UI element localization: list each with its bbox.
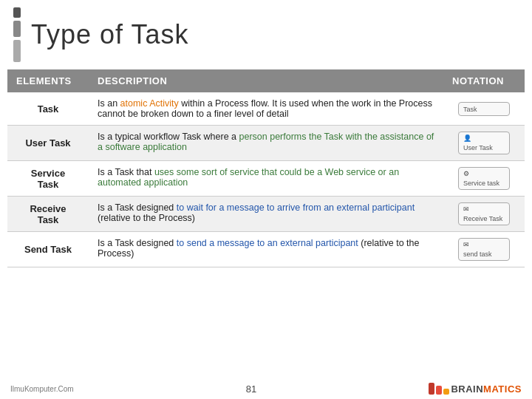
element-name: Send Task	[7, 232, 89, 267]
svg-rect-0	[429, 383, 434, 395]
table-row: Task Is an atomic Activity within a Proc…	[7, 92, 525, 126]
bar-1	[13, 7, 21, 18]
table-row: ServiceTask Is a Task that uses some sor…	[7, 161, 525, 197]
brand-area: BRAINMATICS	[429, 383, 522, 395]
notation-icon: 👤	[463, 134, 505, 142]
notation-box: 👤 User Task	[458, 132, 510, 154]
bar-3	[13, 40, 21, 62]
element-description: Is a Task that uses some sort of service…	[89, 161, 443, 197]
table-row: Send Task Is a Task designed to send a m…	[7, 232, 525, 267]
element-name: User Task	[7, 126, 89, 161]
header-decoration	[13, 7, 21, 62]
element-name: Task	[7, 92, 89, 126]
highlight-text: to wait for a message to arrive from an …	[177, 202, 415, 213]
footer-left-text: IlmuKomputer.Com	[10, 385, 74, 393]
page-number: 81	[246, 383, 256, 395]
page-title: Type of Task	[31, 19, 188, 50]
notation-box: ✉ Receive Task	[458, 202, 510, 225]
highlight-text: to send a message to an external partici…	[177, 238, 358, 248]
col-header-notation: NOTATION	[443, 69, 525, 92]
task-types-table: ELEMENTS DESCRIPTION NOTATION Task Is an…	[7, 69, 525, 267]
element-notation: ⚙ Service task	[443, 161, 525, 197]
element-notation: Task	[443, 92, 525, 126]
page-footer: IlmuKomputer.Com 81 BRAINMATICS	[0, 383, 532, 395]
page-header: Type of Task	[0, 0, 532, 69]
element-description: Is a typical workflow Task where a perso…	[89, 126, 443, 161]
element-notation: ✉ send task	[443, 232, 525, 267]
notation-icon: ✉	[463, 241, 505, 248]
element-description: Is an atomic Activity within a Process f…	[89, 92, 443, 126]
col-header-elements: ELEMENTS	[7, 69, 89, 92]
table-row: User Task Is a typical workflow Task whe…	[7, 126, 525, 161]
brand-logo-icon	[429, 383, 449, 395]
main-table-wrapper: ELEMENTS DESCRIPTION NOTATION Task Is an…	[0, 69, 532, 267]
element-notation: 👤 User Task	[443, 126, 525, 161]
notation-icon: ⚙	[463, 170, 505, 177]
notation-icon: ✉	[463, 205, 505, 213]
element-name: ServiceTask	[7, 161, 89, 197]
element-description: Is a Task designed to wait for a message…	[89, 197, 443, 232]
element-description: Is a Task designed to send a message to …	[89, 232, 443, 267]
col-header-description: DESCRIPTION	[89, 69, 443, 92]
brand-name: BRAINMATICS	[451, 383, 522, 395]
highlight-text: atomic Activity	[120, 98, 179, 109]
element-notation: ✉ Receive Task	[443, 197, 525, 232]
svg-rect-1	[436, 386, 442, 395]
highlight-text: uses some sort of service that could be …	[98, 167, 399, 188]
highlight-text: person performs the Task with the assist…	[98, 132, 434, 152]
notation-box: Task	[458, 102, 510, 116]
bar-2	[13, 21, 21, 37]
table-header-row: ELEMENTS DESCRIPTION NOTATION	[7, 69, 525, 92]
table-row: ReceiveTask Is a Task designed to wait f…	[7, 197, 525, 232]
notation-box: ⚙ Service task	[458, 167, 510, 190]
element-name: ReceiveTask	[7, 197, 89, 232]
notation-box: ✉ send task	[458, 238, 510, 261]
svg-rect-2	[443, 389, 449, 395]
